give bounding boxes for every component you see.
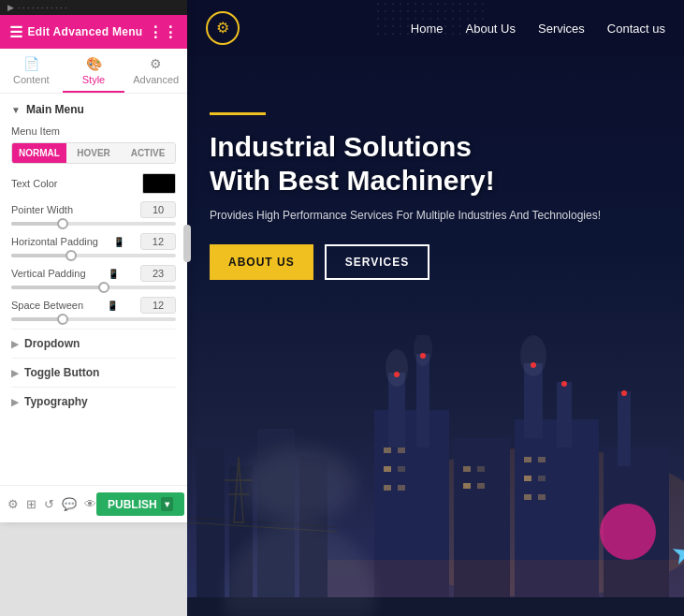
svg-point-36 xyxy=(561,381,567,387)
space-between-track[interactable] xyxy=(11,317,176,321)
nav-services[interactable]: Services xyxy=(538,22,585,36)
vertical-padding-label-row: Vertical Padding 📱 23 xyxy=(11,265,176,282)
svg-rect-1 xyxy=(196,447,225,616)
pointer-width-value[interactable]: 10 xyxy=(140,201,176,218)
style-tab-label: Style xyxy=(82,74,105,85)
svg-rect-30 xyxy=(538,476,546,481)
vertical-padding-slider-row: Vertical Padding 📱 23 xyxy=(11,265,176,289)
publish-button[interactable]: PUBLISH ▾ xyxy=(96,492,184,516)
svg-point-14 xyxy=(386,349,408,387)
nav-links: Home About Us Services Contact us xyxy=(411,22,665,36)
menu-item-label: Menu Item xyxy=(11,125,176,137)
comment-icon[interactable]: 💬 xyxy=(62,497,77,511)
settings-icon[interactable]: ⚙ xyxy=(7,497,19,511)
responsive-icon-2: 📱 xyxy=(108,269,119,279)
publish-dropdown-arrow[interactable]: ▾ xyxy=(161,497,173,511)
tab-advanced[interactable]: ⚙ Advanced xyxy=(124,49,187,93)
svg-point-33 xyxy=(394,372,400,377)
active-toggle[interactable]: ACTIVE xyxy=(121,143,175,163)
typography-section[interactable]: ▶ Typography xyxy=(11,387,176,416)
space-between-value[interactable]: 12 xyxy=(140,297,176,314)
svg-rect-13 xyxy=(618,391,631,466)
preview-area: ⚙ Home About Us Services Contact us Indu… xyxy=(187,0,684,616)
vertical-padding-value[interactable]: 23 xyxy=(140,265,176,282)
vertical-padding-label: Vertical Padding xyxy=(11,268,86,279)
svg-rect-44 xyxy=(327,560,684,597)
svg-rect-17 xyxy=(384,447,391,453)
svg-rect-25 xyxy=(463,483,471,489)
tab-content[interactable]: 📄 Content xyxy=(0,49,63,93)
publish-label: PUBLISH xyxy=(108,498,157,511)
panel-title: Edit Advanced Menu xyxy=(28,25,143,38)
svg-text:⚙: ⚙ xyxy=(216,20,229,36)
about-us-button[interactable]: ABOUT US xyxy=(210,244,313,280)
resize-handle[interactable] xyxy=(183,225,191,262)
vertical-padding-track[interactable] xyxy=(11,286,176,289)
hamburger-icon[interactable]: ☰ xyxy=(9,23,22,41)
horizontal-padding-track[interactable] xyxy=(11,254,176,257)
services-button[interactable]: SERVICES xyxy=(325,244,429,280)
space-between-label-row: Space Between 📱 12 xyxy=(11,297,176,314)
svg-rect-29 xyxy=(524,476,531,481)
pointer-width-label: Pointer Width xyxy=(11,204,73,215)
horizontal-padding-fill xyxy=(11,254,69,257)
advanced-tab-label: Advanced xyxy=(133,74,179,85)
hero-content: Industrial Solutions With Best Machinery… xyxy=(210,112,684,280)
state-toggle-group: NORMAL HOVER ACTIVE xyxy=(11,142,176,164)
nav-contact[interactable]: Contact us xyxy=(607,22,665,36)
bottom-icon-group: ⚙ ⊞ ↺ 💬 👁 xyxy=(7,497,96,511)
svg-rect-22 xyxy=(398,485,405,491)
svg-rect-19 xyxy=(384,466,391,472)
pointer-width-label-row: Pointer Width 10 xyxy=(11,201,176,218)
nav-about[interactable]: About Us xyxy=(466,22,516,36)
left-panel: ▶ · · · · · · · · · · · ☰ Edit Advanced … xyxy=(0,0,187,522)
space-between-slider-row: Space Between 📱 12 xyxy=(11,297,176,321)
svg-rect-28 xyxy=(538,457,546,462)
topbar-dots: · · · · · · · · · · · xyxy=(18,3,67,12)
horizontal-padding-label-row: Horizontal Padding 📱 12 xyxy=(11,233,176,250)
advanced-tab-icon: ⚙ xyxy=(150,56,162,71)
text-color-label: Text Color xyxy=(11,178,58,189)
hero-title-line1: Industrial Solutions xyxy=(210,131,472,162)
responsive-icon-3: 📱 xyxy=(107,301,118,311)
site-logo: ⚙ xyxy=(206,11,240,45)
space-between-fill xyxy=(11,317,61,321)
pointer-width-track[interactable] xyxy=(11,222,176,226)
deco-circle xyxy=(600,504,656,560)
history-icon[interactable]: ↺ xyxy=(44,497,54,511)
svg-rect-20 xyxy=(398,466,405,472)
space-between-thumb[interactable] xyxy=(57,314,68,325)
svg-rect-23 xyxy=(463,466,471,472)
normal-toggle[interactable]: NORMAL xyxy=(12,143,66,163)
dropdown-section[interactable]: ▶ Dropdown xyxy=(11,329,176,358)
pointer-width-thumb[interactable] xyxy=(57,218,68,229)
content-tab-icon: 📄 xyxy=(23,56,39,71)
toggle-button-label: Toggle Button xyxy=(24,366,99,379)
svg-rect-21 xyxy=(384,485,391,491)
vertical-padding-thumb[interactable] xyxy=(98,282,109,293)
pointer-width-fill xyxy=(11,222,61,226)
svg-rect-12 xyxy=(557,382,572,447)
horizontal-padding-label: Horizontal Padding xyxy=(11,236,98,247)
text-color-row: Text Color xyxy=(11,173,176,194)
section-arrow: ▼ xyxy=(11,105,21,115)
horizontal-padding-thumb[interactable] xyxy=(65,250,77,261)
hero-buttons: ABOUT US SERVICES xyxy=(210,244,684,280)
content-tab-label: Content xyxy=(13,74,50,85)
grid-view-icon[interactable]: ⊞ xyxy=(26,497,36,511)
grid-icon[interactable]: ⋮⋮ xyxy=(148,23,178,41)
toggle-btn-arrow: ▶ xyxy=(11,368,19,378)
main-menu-section: ▼ Main Menu xyxy=(11,103,176,116)
preview-icon[interactable]: 👁 xyxy=(84,497,96,511)
hover-toggle[interactable]: HOVER xyxy=(66,143,121,163)
text-color-swatch[interactable] xyxy=(142,173,176,194)
toggle-button-section[interactable]: ▶ Toggle Button xyxy=(11,358,176,387)
tab-style[interactable]: 🎨 Style xyxy=(63,49,125,93)
svg-point-34 xyxy=(420,353,426,359)
bottom-bar: ⚙ ⊞ ↺ 💬 👁 PUBLISH ▾ xyxy=(0,485,187,522)
horizontal-padding-value[interactable]: 12 xyxy=(140,233,176,250)
hero-subtitle: Provides High Performance Services For M… xyxy=(210,209,684,222)
nav-home[interactable]: Home xyxy=(411,22,444,36)
responsive-icon: 📱 xyxy=(113,237,124,247)
svg-rect-10 xyxy=(416,354,429,447)
